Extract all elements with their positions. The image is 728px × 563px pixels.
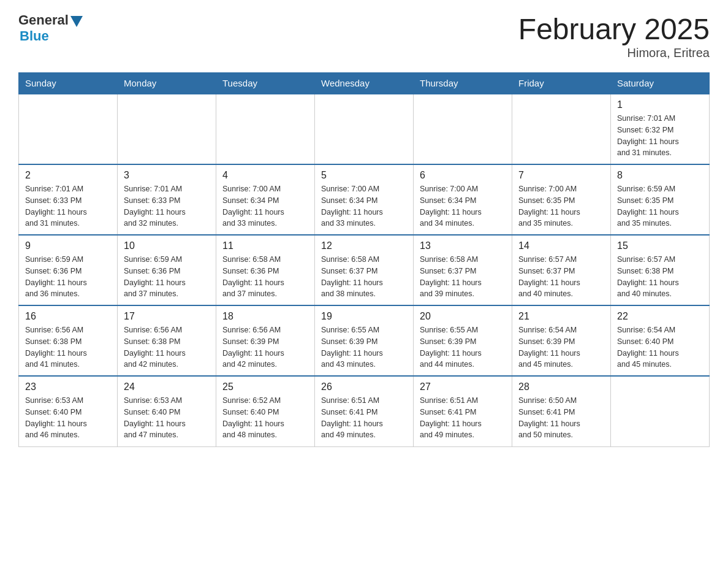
day-info: Sunrise: 6:56 AM Sunset: 6:38 PM Dayligh… [124, 324, 210, 370]
calendar-cell: 21Sunrise: 6:54 AM Sunset: 6:39 PM Dayli… [512, 305, 611, 376]
weekday-header-saturday: Saturday [611, 73, 710, 94]
day-number: 9 [25, 240, 111, 251]
calendar-cell: 20Sunrise: 6:55 AM Sunset: 6:39 PM Dayli… [414, 305, 512, 376]
day-info: Sunrise: 6:53 AM Sunset: 6:40 PM Dayligh… [25, 395, 111, 441]
logo-blue-text: Blue [20, 28, 49, 44]
calendar-cell: 17Sunrise: 6:56 AM Sunset: 6:38 PM Dayli… [118, 305, 216, 376]
day-info: Sunrise: 6:52 AM Sunset: 6:40 PM Dayligh… [222, 395, 308, 441]
calendar-cell [414, 94, 512, 164]
day-number: 27 [420, 381, 506, 393]
calendar-cell: 4Sunrise: 7:00 AM Sunset: 6:34 PM Daylig… [216, 164, 315, 235]
logo-triangle-icon [70, 16, 83, 27]
calendar-cell [512, 94, 611, 164]
weekday-header-row: SundayMondayTuesdayWednesdayThursdayFrid… [19, 73, 710, 94]
page-header: General Blue February 2025 Himora, Eritr… [18, 12, 710, 60]
day-number: 19 [321, 311, 407, 322]
day-number: 24 [124, 381, 210, 393]
location-label: Himora, Eritrea [518, 46, 710, 60]
week-row-3: 9Sunrise: 6:59 AM Sunset: 6:36 PM Daylig… [19, 235, 710, 305]
week-row-2: 2Sunrise: 7:01 AM Sunset: 6:33 PM Daylig… [19, 164, 710, 235]
calendar-cell: 8Sunrise: 6:59 AM Sunset: 6:35 PM Daylig… [611, 164, 710, 235]
calendar-cell: 13Sunrise: 6:58 AM Sunset: 6:37 PM Dayli… [414, 235, 512, 305]
day-number: 13 [420, 240, 506, 251]
day-number: 22 [617, 311, 703, 322]
day-info: Sunrise: 6:58 AM Sunset: 6:37 PM Dayligh… [420, 254, 506, 300]
day-info: Sunrise: 6:59 AM Sunset: 6:36 PM Dayligh… [124, 254, 210, 300]
day-info: Sunrise: 6:57 AM Sunset: 6:38 PM Dayligh… [617, 254, 703, 300]
day-number: 3 [124, 170, 210, 181]
calendar-cell [216, 94, 315, 164]
calendar-cell [611, 376, 710, 446]
day-info: Sunrise: 6:57 AM Sunset: 6:37 PM Dayligh… [518, 254, 604, 300]
calendar-cell: 14Sunrise: 6:57 AM Sunset: 6:37 PM Dayli… [512, 235, 611, 305]
day-number: 17 [124, 311, 210, 322]
day-number: 21 [518, 311, 604, 322]
day-number: 26 [321, 381, 407, 393]
logo: General Blue [18, 12, 83, 44]
day-info: Sunrise: 6:55 AM Sunset: 6:39 PM Dayligh… [321, 324, 407, 370]
day-info: Sunrise: 6:59 AM Sunset: 6:35 PM Dayligh… [617, 183, 703, 229]
week-row-5: 23Sunrise: 6:53 AM Sunset: 6:40 PM Dayli… [19, 376, 710, 446]
day-info: Sunrise: 6:55 AM Sunset: 6:39 PM Dayligh… [420, 324, 506, 370]
day-number: 1 [617, 99, 703, 110]
day-info: Sunrise: 6:51 AM Sunset: 6:41 PM Dayligh… [420, 395, 506, 441]
weekday-header-wednesday: Wednesday [315, 73, 414, 94]
calendar-cell: 28Sunrise: 6:50 AM Sunset: 6:41 PM Dayli… [512, 376, 611, 446]
day-number: 23 [25, 381, 111, 393]
day-info: Sunrise: 7:00 AM Sunset: 6:35 PM Dayligh… [518, 183, 604, 229]
calendar-cell: 2Sunrise: 7:01 AM Sunset: 6:33 PM Daylig… [19, 164, 118, 235]
calendar-cell: 12Sunrise: 6:58 AM Sunset: 6:37 PM Dayli… [315, 235, 414, 305]
day-number: 15 [617, 240, 703, 251]
calendar-cell: 26Sunrise: 6:51 AM Sunset: 6:41 PM Dayli… [315, 376, 414, 446]
calendar-cell [19, 94, 118, 164]
day-info: Sunrise: 7:00 AM Sunset: 6:34 PM Dayligh… [321, 183, 407, 229]
calendar-cell: 10Sunrise: 6:59 AM Sunset: 6:36 PM Dayli… [118, 235, 216, 305]
day-info: Sunrise: 6:54 AM Sunset: 6:39 PM Dayligh… [518, 324, 604, 370]
month-title: February 2025 [518, 12, 710, 46]
day-number: 12 [321, 240, 407, 251]
calendar-cell: 3Sunrise: 7:01 AM Sunset: 6:33 PM Daylig… [118, 164, 216, 235]
calendar-cell: 22Sunrise: 6:54 AM Sunset: 6:40 PM Dayli… [611, 305, 710, 376]
day-number: 4 [222, 170, 308, 181]
day-info: Sunrise: 7:01 AM Sunset: 6:32 PM Dayligh… [617, 113, 703, 159]
day-number: 11 [222, 240, 308, 251]
day-info: Sunrise: 6:58 AM Sunset: 6:36 PM Dayligh… [222, 254, 308, 300]
calendar-cell: 23Sunrise: 6:53 AM Sunset: 6:40 PM Dayli… [19, 376, 118, 446]
day-number: 5 [321, 170, 407, 181]
day-number: 25 [222, 381, 308, 393]
day-number: 2 [25, 170, 111, 181]
weekday-header-sunday: Sunday [19, 73, 118, 94]
day-info: Sunrise: 6:53 AM Sunset: 6:40 PM Dayligh… [124, 395, 210, 441]
calendar-cell: 27Sunrise: 6:51 AM Sunset: 6:41 PM Dayli… [414, 376, 512, 446]
calendar-cell: 6Sunrise: 7:00 AM Sunset: 6:34 PM Daylig… [414, 164, 512, 235]
calendar-table: SundayMondayTuesdayWednesdayThursdayFrid… [18, 72, 710, 447]
calendar-cell: 16Sunrise: 6:56 AM Sunset: 6:38 PM Dayli… [19, 305, 118, 376]
calendar-cell: 7Sunrise: 7:00 AM Sunset: 6:35 PM Daylig… [512, 164, 611, 235]
day-info: Sunrise: 6:58 AM Sunset: 6:37 PM Dayligh… [321, 254, 407, 300]
calendar-cell [315, 94, 414, 164]
day-info: Sunrise: 6:56 AM Sunset: 6:39 PM Dayligh… [222, 324, 308, 370]
day-number: 18 [222, 311, 308, 322]
day-number: 20 [420, 311, 506, 322]
weekday-header-tuesday: Tuesday [216, 73, 315, 94]
calendar-cell: 24Sunrise: 6:53 AM Sunset: 6:40 PM Dayli… [118, 376, 216, 446]
day-number: 7 [518, 170, 604, 181]
calendar-cell: 15Sunrise: 6:57 AM Sunset: 6:38 PM Dayli… [611, 235, 710, 305]
week-row-4: 16Sunrise: 6:56 AM Sunset: 6:38 PM Dayli… [19, 305, 710, 376]
day-number: 14 [518, 240, 604, 251]
day-number: 28 [518, 381, 604, 393]
week-row-1: 1Sunrise: 7:01 AM Sunset: 6:32 PM Daylig… [19, 94, 710, 164]
day-number: 16 [25, 311, 111, 322]
day-info: Sunrise: 7:00 AM Sunset: 6:34 PM Dayligh… [222, 183, 308, 229]
calendar-cell: 19Sunrise: 6:55 AM Sunset: 6:39 PM Dayli… [315, 305, 414, 376]
day-info: Sunrise: 6:50 AM Sunset: 6:41 PM Dayligh… [518, 395, 604, 441]
calendar-cell: 9Sunrise: 6:59 AM Sunset: 6:36 PM Daylig… [19, 235, 118, 305]
weekday-header-friday: Friday [512, 73, 611, 94]
day-info: Sunrise: 6:54 AM Sunset: 6:40 PM Dayligh… [617, 324, 703, 370]
day-info: Sunrise: 7:01 AM Sunset: 6:33 PM Dayligh… [25, 183, 111, 229]
day-number: 8 [617, 170, 703, 181]
weekday-header-monday: Monday [118, 73, 216, 94]
day-info: Sunrise: 7:00 AM Sunset: 6:34 PM Dayligh… [420, 183, 506, 229]
title-section: February 2025 Himora, Eritrea [518, 12, 710, 60]
weekday-header-thursday: Thursday [414, 73, 512, 94]
